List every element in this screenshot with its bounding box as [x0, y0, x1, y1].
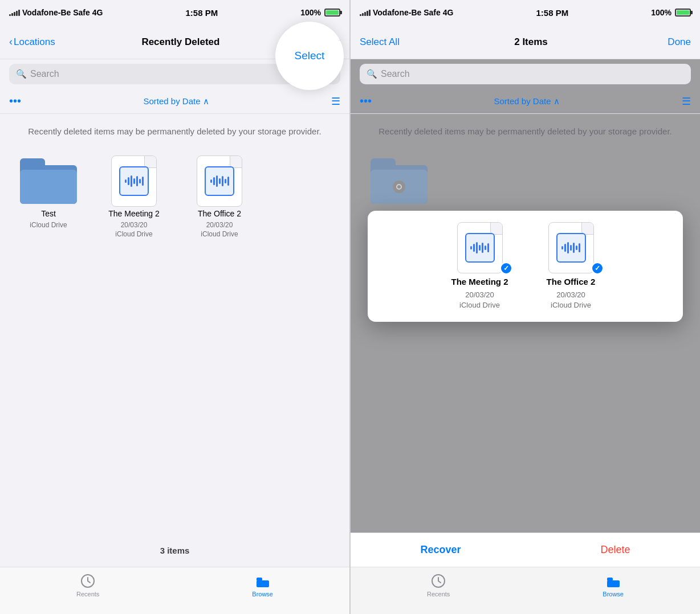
page-title-left: Recently Deleted [55, 36, 306, 48]
audio-file-icon-meeting-popup [457, 222, 503, 273]
recents-label-left: Recents [76, 591, 99, 597]
signal-icon [9, 9, 20, 16]
items-count-left: 3 items [0, 534, 349, 567]
status-time-left: 1:58 PM [185, 8, 218, 18]
network-type-right: 4G [443, 8, 454, 17]
popup-file-office[interactable]: The Office 2 20/03/20 iCloud Drive [531, 222, 611, 310]
sort-label-left[interactable]: Sorted by Date ∧ [143, 96, 209, 107]
done-button-right[interactable]: Done [657, 36, 691, 48]
popup-file-meeting[interactable]: The Meeting 2 20/03/20 iCloud Drive [440, 222, 520, 310]
popup-file-meta-office: 20/03/20 iCloud Drive [551, 290, 591, 310]
selected-badge-office [591, 262, 604, 275]
svg-rect-4 [607, 580, 620, 587]
recents-icon-left [80, 573, 96, 589]
back-button-left[interactable]: ‹ Locations [9, 36, 55, 48]
carrier-name-right: Vodafone-Be Safe [373, 8, 441, 17]
select-highlight-circle: Select [275, 22, 344, 90]
waveform-office-left [210, 174, 229, 188]
status-carrier-right: Vodafone-Be Safe 4G [360, 8, 453, 17]
file-name-office-left: The Office 2 [198, 209, 241, 218]
audio-icon-wrapper-office-left [188, 155, 251, 207]
files-grid-left: Test iCloud Drive [0, 150, 349, 245]
popup-file-name-office: The Office 2 [547, 277, 596, 286]
battery-percent-left: 100% [300, 8, 321, 17]
folder-icon-wrapper-left [17, 155, 80, 207]
search-icon-right: 🔍 [367, 69, 377, 79]
sort-bar-left: ••• Sorted by Date ∧ ☰ [0, 89, 349, 114]
file-name-meeting-left: The Meeting 2 [108, 209, 160, 218]
sort-label-right[interactable]: Sorted by Date ∧ [494, 96, 559, 107]
list-view-icon-left[interactable]: ☰ [331, 95, 340, 108]
signal-icon-right [360, 9, 371, 16]
browse-label-left: Browse [252, 591, 273, 597]
tab-bar-left: Recents Browse [0, 567, 349, 614]
back-label-left: Locations [14, 36, 55, 48]
list-view-icon-right[interactable]: ☰ [682, 95, 691, 108]
nav-bar-right: Select All 2 Items Done [351, 25, 700, 59]
file-name-test-left: Test [41, 209, 56, 218]
svg-rect-5 [607, 578, 613, 581]
svg-rect-1 [257, 580, 269, 587]
file-meta-test-left: iCloud Drive [30, 220, 67, 230]
audio-file-icon-office-popup [548, 222, 594, 273]
tab-browse-right[interactable]: Browse [603, 573, 624, 597]
status-carrier-left: Vodafone-Be Safe 4G [9, 8, 103, 17]
delete-button[interactable]: Delete [600, 544, 630, 556]
battery-icon-right [675, 9, 691, 17]
search-placeholder-right: Search [381, 69, 410, 79]
tab-browse-left[interactable]: Browse [252, 573, 273, 597]
popup-file-meta-meeting: 20/03/20 iCloud Drive [459, 290, 500, 310]
battery-icon-left [324, 9, 340, 17]
browse-label-right: Browse [603, 591, 624, 597]
network-type-left: 4G [92, 8, 103, 17]
selection-popup: The Meeting 2 20/03/20 iCloud Drive [368, 211, 683, 322]
recover-button[interactable]: Recover [420, 544, 461, 556]
page-title-right: 2 Items [405, 36, 657, 48]
file-meta-office-left: 20/03/20 iCloud Drive [201, 220, 238, 240]
select-highlight-text[interactable]: Select [295, 50, 325, 62]
action-bar-right: Recover Delete [351, 533, 700, 567]
audio-icon-wrapper-meeting-left [103, 155, 165, 207]
waveform-meeting-left [125, 174, 144, 188]
folder-icon-left [20, 158, 77, 204]
chevron-left-icon: ‹ [9, 36, 13, 48]
select-all-button-right[interactable]: Select All [360, 36, 405, 48]
notice-text-left: Recently deleted items may be permanentl… [0, 114, 349, 150]
popup-file-name-meeting: The Meeting 2 [451, 277, 508, 286]
left-panel: Vodafone-Be Safe 4G 1:58 PM 100% ‹ Locat… [0, 0, 349, 614]
svg-rect-2 [257, 578, 262, 581]
battery-percent-right: 100% [651, 8, 671, 17]
search-icon-left: 🔍 [16, 69, 27, 79]
status-right-right: 100% [651, 8, 691, 17]
browse-icon-right [605, 573, 621, 589]
file-item-office-left[interactable]: The Office 2 20/03/20 iCloud Drive [182, 155, 257, 240]
tab-recents-right[interactable]: Recents [427, 573, 450, 597]
status-time-right: 1:58 PM [536, 8, 568, 18]
recents-label-right: Recents [427, 591, 450, 597]
status-bar-left: Vodafone-Be Safe 4G 1:58 PM 100% [0, 0, 349, 25]
sort-bar-right: ••• Sorted by Date ∧ ☰ [351, 89, 700, 114]
file-item-meeting-left[interactable]: The Meeting 2 20/03/20 iCloud Drive [97, 155, 171, 240]
more-options-right[interactable]: ••• [360, 95, 372, 108]
status-right-left: 100% [300, 8, 340, 17]
tab-bar-right: Recents Browse [351, 567, 700, 614]
status-bar-right: Vodafone-Be Safe 4G 1:58 PM 100% [351, 0, 700, 25]
search-bar-right[interactable]: 🔍 Search [360, 64, 691, 84]
more-options-left[interactable]: ••• [9, 95, 21, 108]
right-panel: Vodafone-Be Safe 4G 1:58 PM 100% Select … [351, 0, 700, 614]
audio-file-icon-meeting-left [111, 155, 157, 207]
carrier-name-left: Vodafone-Be Safe [22, 8, 90, 17]
selected-badge-meeting [500, 262, 512, 275]
browse-icon-left [255, 573, 271, 589]
audio-file-icon-office-left [197, 155, 242, 207]
folder-icon-right [371, 158, 428, 204]
file-item-test-left[interactable]: Test iCloud Drive [11, 155, 86, 240]
notice-text-right: Recently deleted items may be permanentl… [351, 114, 700, 150]
recents-icon-right [430, 573, 446, 589]
tab-recents-left[interactable]: Recents [76, 573, 99, 597]
file-meta-meeting-left: 20/03/20 iCloud Drive [115, 220, 152, 240]
search-placeholder-left: Search [30, 69, 59, 79]
